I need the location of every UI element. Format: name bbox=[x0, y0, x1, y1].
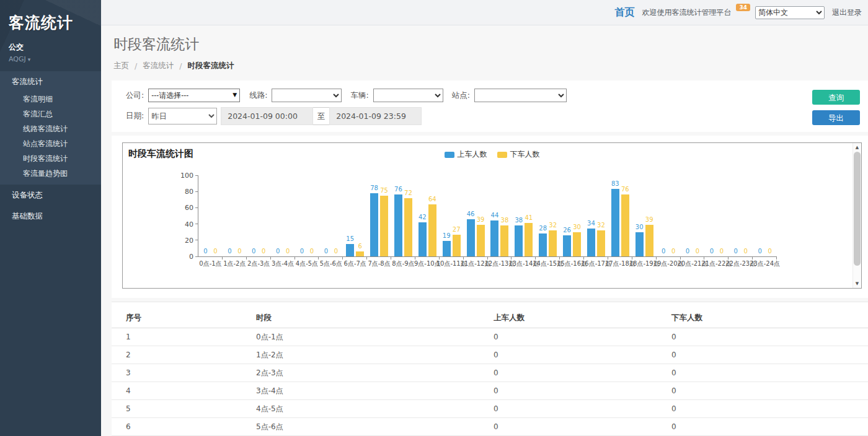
col-header-timeslot: 时段 bbox=[255, 308, 493, 328]
date-preset-select[interactable]: 昨日 bbox=[148, 108, 217, 124]
bar-value-label: 0 bbox=[324, 248, 328, 255]
bar-group: 443812点-13点 bbox=[488, 175, 512, 256]
language-select[interactable]: 简体中文 bbox=[755, 6, 825, 19]
bar-下车人数: 39 bbox=[645, 225, 653, 256]
x-axis-label: 2点-3点 bbox=[247, 259, 270, 268]
bar-下车人数: 41 bbox=[525, 223, 533, 256]
bar-value-label: 32 bbox=[597, 222, 605, 229]
station-select[interactable] bbox=[474, 89, 567, 102]
sidebar-item-设备状态[interactable]: 设备状态 bbox=[0, 185, 101, 206]
date-from-input[interactable]: 2024-01-09 00:00 bbox=[221, 107, 313, 125]
scrollbar-thumb[interactable] bbox=[854, 152, 861, 266]
col-header-index: 序号 bbox=[112, 308, 255, 328]
bar-group: 0022点-23点 bbox=[728, 175, 753, 256]
x-axis-tick-mark bbox=[366, 256, 367, 259]
bar-value-label: 34 bbox=[587, 220, 595, 227]
breadcrumb-home[interactable]: 主页 bbox=[113, 61, 129, 71]
breadcrumb: 主页 / 客流统计 / 时段客流统计 bbox=[113, 61, 234, 71]
bar-group: 000点-1点 bbox=[198, 175, 223, 256]
bar-value-label: 39 bbox=[645, 216, 653, 223]
table-card: 序号 时段 上车人数 下车人数 10点-1点0021点-2点0032点-3点00… bbox=[112, 302, 868, 436]
y-axis-tick-mark bbox=[195, 175, 198, 176]
bar-上车人数: 28 bbox=[539, 233, 547, 256]
bar-下车人数: 75 bbox=[380, 196, 388, 256]
legend-item-下车人数[interactable]: 下车人数 bbox=[497, 149, 540, 160]
table-cell: 5 bbox=[112, 400, 255, 418]
table-row: 32点-3点00 bbox=[112, 364, 868, 382]
bar-group: 303918点-19点 bbox=[632, 175, 657, 256]
bar-group: 283214点-15点 bbox=[536, 175, 560, 256]
x-axis-tick-mark bbox=[342, 256, 343, 259]
query-button[interactable]: 查询 bbox=[812, 90, 860, 105]
sidebar-subitem-站点客流统计[interactable]: 站点客流统计 bbox=[0, 136, 101, 151]
bar-value-label: 0 bbox=[768, 248, 771, 255]
bar-下车人数: 38 bbox=[500, 225, 508, 256]
x-axis-tick-mark bbox=[318, 256, 319, 259]
bar-value-label: 0 bbox=[276, 248, 280, 255]
chart-card: 时段车流统计图 上车人数下车人数 000点-1点001点-2点002点-3点00… bbox=[112, 136, 868, 298]
table-cell: 0 bbox=[671, 346, 868, 364]
bar-下车人数: 39 bbox=[477, 225, 485, 256]
scroll-up-icon[interactable]: ▲ bbox=[853, 145, 861, 150]
bar-value-label: 0 bbox=[237, 248, 241, 255]
company-select[interactable]: ---请选择--- bbox=[148, 89, 240, 102]
bar-group: 837617点-18点 bbox=[608, 175, 632, 256]
bar-group: 0019点-20点 bbox=[657, 175, 681, 256]
bar-group: 0023点-24点 bbox=[753, 175, 777, 256]
bar-value-label: 19 bbox=[443, 232, 451, 239]
home-link[interactable]: 首页 bbox=[614, 6, 634, 19]
sidebar-section-expanded: 客流统计客流明细客流汇总线路客流统计站点客流统计时段客流统计客流量趋势图 bbox=[0, 71, 101, 185]
chart-title: 时段车流统计图 bbox=[128, 148, 193, 160]
table-cell: 0 bbox=[671, 328, 868, 346]
y-axis-tick-mark bbox=[195, 207, 198, 208]
table-row: 21点-2点00 bbox=[112, 346, 868, 364]
bar-下车人数: 30 bbox=[573, 232, 581, 256]
bar-value-label: 0 bbox=[203, 248, 207, 255]
user-menu[interactable]: AQGJ▾ bbox=[9, 55, 101, 63]
date-to-input[interactable]: 2024-01-09 23:59 bbox=[329, 107, 422, 125]
export-button[interactable]: 导出 bbox=[812, 110, 860, 125]
sidebar-subitem-线路客流统计[interactable]: 线路客流统计 bbox=[0, 121, 101, 136]
bar-value-label: 76 bbox=[394, 186, 402, 193]
vehicle-label: 车辆: bbox=[350, 90, 368, 101]
breadcrumb-section[interactable]: 客流统计 bbox=[143, 61, 174, 71]
bar-group: 42649点-10点 bbox=[415, 175, 440, 256]
sidebar-subitem-时段客流统计[interactable]: 时段客流统计 bbox=[0, 151, 101, 166]
bar-上车人数: 44 bbox=[490, 220, 498, 256]
logout-link[interactable]: 退出登录 bbox=[832, 7, 862, 18]
bar-group: 384113点-14点 bbox=[512, 175, 536, 256]
breadcrumb-current: 时段客流统计 bbox=[187, 61, 234, 71]
legend-item-上车人数[interactable]: 上车人数 bbox=[445, 149, 487, 160]
bar-value-label: 26 bbox=[563, 227, 571, 233]
table-cell: 0 bbox=[671, 382, 868, 400]
scroll-down-icon[interactable]: ▼ bbox=[853, 281, 861, 286]
bar-value-label: 30 bbox=[573, 224, 581, 230]
sidebar-subitem-客流明细[interactable]: 客流明细 bbox=[0, 92, 101, 107]
date-range-separator: 至 bbox=[313, 107, 329, 125]
table-cell: 6 bbox=[112, 418, 255, 436]
bar-value-label: 6 bbox=[358, 243, 362, 250]
sidebar-subitem-客流汇总[interactable]: 客流汇总 bbox=[0, 107, 101, 121]
sidebar-item-客流统计[interactable]: 客流统计 bbox=[0, 71, 101, 92]
breadcrumb-separator: / bbox=[135, 61, 137, 71]
table-cell: 4 bbox=[112, 382, 255, 400]
line-select[interactable] bbox=[272, 89, 342, 102]
bar-value-label: 32 bbox=[549, 222, 557, 229]
bar-value-label: 0 bbox=[310, 248, 314, 255]
bar-chart-plot: 000点-1点001点-2点002点-3点003点-4点004点-5点005点-… bbox=[198, 175, 777, 257]
sidebar-subitem-客流量趋势图[interactable]: 客流量趋势图 bbox=[0, 166, 101, 181]
chart-scrollbar[interactable]: ▲ ▼ bbox=[852, 143, 861, 288]
bar-value-label: 41 bbox=[525, 214, 533, 221]
bar-value-label: 0 bbox=[262, 248, 265, 255]
bar-下车人数: 76 bbox=[621, 194, 629, 256]
bar-value-label: 83 bbox=[611, 180, 619, 187]
vehicle-select[interactable] bbox=[373, 89, 443, 102]
bar-上车人数: 76 bbox=[394, 194, 402, 256]
bar-value-label: 72 bbox=[404, 190, 412, 196]
action-buttons: 查询 导出 bbox=[812, 90, 860, 125]
sidebar-item-基础数据[interactable]: 基础数据 bbox=[0, 206, 101, 227]
brand-area: 客流统计 公交 AQGJ▾ bbox=[0, 0, 101, 71]
welcome-text: 欢迎使用客流统计管理平台 bbox=[642, 7, 731, 18]
chart-legend: 上车人数下车人数 bbox=[445, 149, 540, 160]
table-cell: 2点-3点 bbox=[255, 364, 493, 382]
